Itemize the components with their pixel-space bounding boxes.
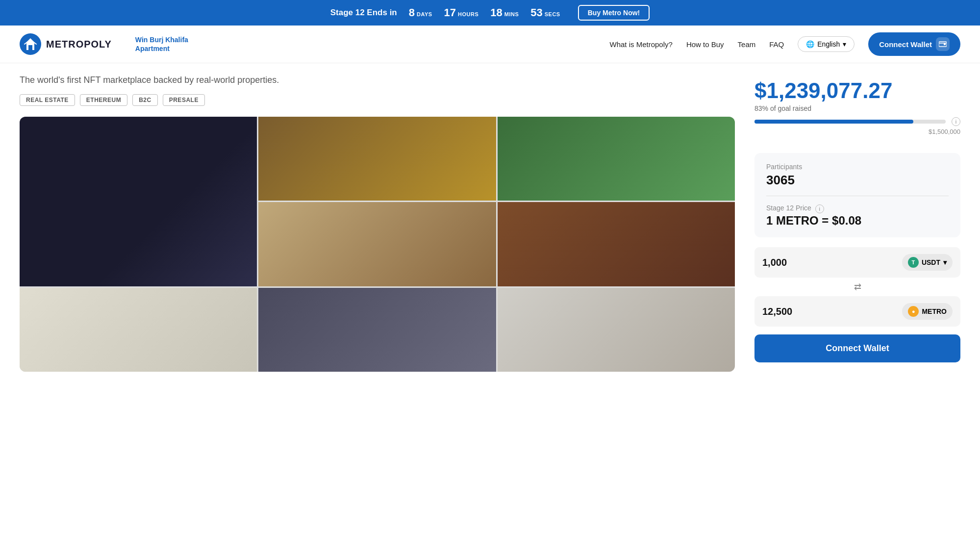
collage-cell-8 [498, 288, 735, 372]
chevron-down-icon-token: ▾ [943, 258, 947, 266]
mins-number: 18 [490, 6, 502, 19]
days-number: 8 [409, 6, 415, 19]
hours-number: 17 [444, 6, 456, 19]
raised-amount: $1,239,077.27 [754, 80, 960, 102]
property-collage [20, 117, 735, 372]
metro-price-value: 1 METRO = $0.08 [766, 214, 949, 228]
price-section: $1,239,077.27 83% of goal raised i $1,50… [754, 75, 960, 145]
stage-price-info-icon[interactable]: i [815, 204, 824, 213]
lang-label: English [817, 40, 840, 48]
swap-arrow-row: ⇄ [754, 278, 960, 296]
to-input-row: ● METRO [754, 296, 960, 327]
main-content: The world's first NFT marketplace backed… [0, 63, 980, 391]
participants-label: Participants [766, 163, 949, 171]
hours-label: HOURS [458, 11, 478, 17]
swap-arrows-icon: ⇄ [854, 281, 861, 292]
tag-b2c: B2C [132, 94, 158, 106]
from-token-select[interactable]: T USDT ▾ [902, 254, 953, 271]
progress-info-icon[interactable]: i [952, 117, 960, 126]
right-section: $1,239,077.27 83% of goal raised i $1,50… [754, 75, 960, 372]
collage-cell-5 [498, 202, 735, 286]
nav-items: What is Metropoly? How to Buy Team FAQ 🌐… [609, 32, 960, 56]
connect-wallet-label: Connect Wallet [879, 40, 932, 49]
collage-cell-7 [258, 288, 496, 372]
secs-group: 53 SECS [530, 6, 560, 19]
header: METROPOLY Win Burj Khalifa Apartment Wha… [0, 26, 980, 63]
tag-presale: PRESALE [163, 94, 205, 106]
from-token-label: USDT [922, 258, 940, 266]
stage-price-label: Stage 12 Price [766, 204, 811, 212]
collage-cell-2 [258, 117, 496, 201]
progress-bar-fill [754, 120, 913, 124]
logo-area: METROPOLY [20, 33, 112, 55]
participants-value: 3065 [766, 173, 949, 188]
logo-text: METROPOLY [46, 39, 112, 50]
tag-real-estate: REAL ESTATE [20, 94, 75, 106]
globe-icon: 🌐 [806, 40, 814, 48]
collage-cell-1 [20, 117, 257, 286]
days-label: DAYS [417, 11, 432, 17]
from-amount-input[interactable] [762, 257, 896, 268]
nav-what-is-metropoly[interactable]: What is Metropoly? [609, 40, 672, 49]
metropoly-logo-icon [20, 33, 41, 55]
collage-cell-3 [498, 117, 735, 201]
to-token-label: METRO [922, 307, 947, 315]
days-group: 8 DAYS [409, 6, 432, 19]
swap-section: T USDT ▾ ⇄ ● METRO Connect Wallet [754, 247, 960, 362]
tag-ethereum: ETHEREUM [80, 94, 127, 106]
from-input-row: T USDT ▾ [754, 247, 960, 278]
goal-text: 83% of goal raised [754, 104, 960, 112]
mins-label: MINS [504, 11, 519, 17]
connect-wallet-header-button[interactable]: Connect Wallet [868, 32, 960, 56]
nav-faq[interactable]: FAQ [769, 40, 784, 49]
collage-cell-6 [20, 288, 257, 372]
language-button[interactable]: 🌐 English ▾ [798, 36, 854, 52]
stage-text: Stage 12 Ends in [330, 8, 397, 18]
nav-how-to-buy[interactable]: How to Buy [686, 40, 724, 49]
stats-box: Participants 3065 Stage 12 Price i 1 MET… [754, 153, 960, 237]
usdt-icon: T [908, 257, 919, 268]
win-burj-text: Win Burj Khalifa Apartment [135, 35, 204, 53]
secs-number: 53 [530, 6, 542, 19]
connect-wallet-main-button[interactable]: Connect Wallet [754, 334, 960, 362]
secs-label: SECS [545, 11, 560, 17]
to-token-select[interactable]: ● METRO [902, 303, 953, 320]
metro-icon: ● [908, 306, 919, 317]
tags-row: REAL ESTATE ETHEREUM B2C PRESALE [20, 94, 735, 106]
progress-bar-bg [754, 120, 946, 124]
mins-group: 18 MINS [490, 6, 519, 19]
left-section: The world's first NFT marketplace backed… [20, 75, 735, 372]
to-amount-input[interactable] [762, 306, 896, 317]
chevron-down-icon: ▾ [843, 40, 846, 48]
tagline: The world's first NFT marketplace backed… [20, 75, 735, 85]
nav-team[interactable]: Team [738, 40, 756, 49]
stat-divider [766, 196, 949, 196]
buy-metro-now-button[interactable]: Buy Metro Now! [578, 5, 650, 21]
top-banner: Stage 12 Ends in 8 DAYS 17 HOURS 18 MINS… [0, 0, 980, 26]
goal-label: $1,500,000 [754, 128, 960, 135]
wallet-icon [936, 37, 950, 51]
collage-cell-4 [258, 202, 496, 286]
hours-group: 17 HOURS [444, 6, 479, 19]
